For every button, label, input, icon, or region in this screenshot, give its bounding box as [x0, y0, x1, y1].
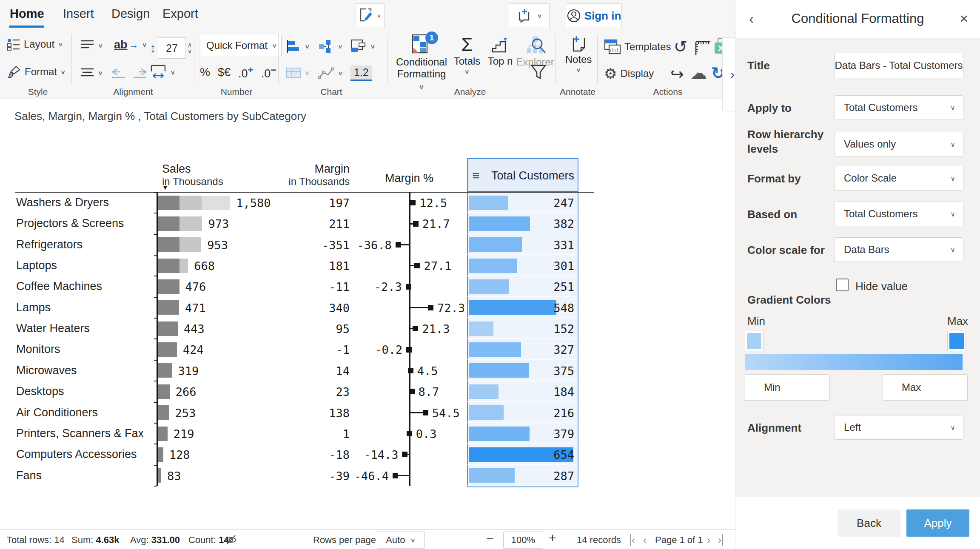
max-color-swatch[interactable] — [947, 331, 966, 351]
total-customers-value: 382 — [489, 217, 574, 230]
indent-decrease-icon[interactable] — [111, 66, 126, 79]
prev-page-button[interactable]: ‹ — [643, 534, 647, 546]
row-height-control[interactable]: ↕ 27 ∧∨ — [150, 37, 192, 59]
format-by-select[interactable]: Color Scale∨ — [834, 166, 963, 191]
tab-export[interactable]: Export — [162, 7, 198, 21]
add-comment-button[interactable]: ∨ — [509, 3, 550, 28]
templates-button[interactable]: Templates — [604, 39, 671, 54]
table-row[interactable]: Microwaves319144.5375 — [0, 360, 735, 381]
chart-type-button[interactable]: ∨ — [286, 39, 310, 54]
indent-increase-icon[interactable] — [133, 66, 147, 79]
top-n-button[interactable]: Top n — [484, 36, 516, 67]
decimal-decrease-button[interactable]: .0− — [261, 65, 276, 80]
line-chart-button[interactable]: ∨ — [318, 66, 343, 80]
first-page-button[interactable]: ‹ — [630, 534, 635, 546]
notes-button[interactable]: Notes ∨ — [562, 34, 595, 74]
alignment-select[interactable]: Left∨ — [834, 415, 963, 440]
filter-button[interactable] — [530, 64, 547, 81]
undo-button[interactable]: ↺ — [674, 37, 687, 56]
sales-bar-segment — [157, 196, 179, 210]
zoom-out-button[interactable]: − — [486, 532, 494, 546]
panel-footer: Back Apply — [735, 497, 980, 549]
min-color-swatch[interactable] — [745, 331, 763, 351]
margin-pct-marker — [406, 284, 411, 290]
sales-column-header[interactable]: Sales in Thousands — [162, 162, 223, 188]
tab-home[interactable]: Home — [10, 7, 44, 21]
title-input[interactable]: Data Bars - Total Customers — [834, 53, 963, 78]
table-row[interactable]: Computers Accessories128-18-14.3654 — [0, 444, 735, 465]
conditional-label-1: Conditional — [395, 56, 448, 68]
table-row[interactable]: Water Heaters4439521.3152 — [0, 318, 735, 339]
close-icon[interactable]: × — [960, 10, 968, 27]
margin-pct-column-header[interactable]: Margin % — [367, 172, 452, 185]
based-on-select[interactable]: Total Customers∨ — [834, 202, 963, 226]
zoom-in-button[interactable]: + — [549, 531, 556, 545]
percent-format-button[interactable]: % — [200, 66, 210, 79]
ruler-button[interactable] — [693, 39, 711, 56]
margin-pct-value: 12.5 — [419, 196, 447, 210]
search-button[interactable] — [530, 37, 547, 54]
display-button[interactable]: ⚙ Display — [604, 66, 654, 81]
hierarchy-button[interactable]: ∨ — [318, 39, 343, 54]
conditional-formatting-button[interactable]: 1 Conditional Formatting ∨ — [395, 34, 448, 92]
table-row[interactable]: Air Conditioners25313854.5216 — [0, 402, 735, 423]
last-page-button[interactable]: › — [718, 534, 723, 546]
margin-value: 340 — [239, 302, 350, 315]
scale-format-button[interactable]: 1.2 — [350, 65, 372, 81]
tab-design[interactable]: Design — [111, 7, 150, 21]
table-row[interactable]: Refrigerators953-351-36.8331 — [0, 234, 735, 255]
zoom-value: 100% — [511, 535, 535, 546]
layout-button[interactable]: Layout∨ — [7, 37, 63, 51]
text-wrap-button[interactable]: ab → ∨ — [114, 38, 147, 51]
color-scale-for-select[interactable]: Data Bars∨ — [834, 237, 963, 262]
table-row[interactable]: Coffee Machines476-11-2.3251 — [0, 276, 735, 297]
margin-column-header[interactable]: Margin in Thousands — [265, 162, 350, 188]
apply-to-select[interactable]: Total Customers∨ — [834, 95, 963, 120]
layout-variant-button[interactable]: ∨ — [350, 39, 375, 54]
sales-bar-segment — [157, 427, 168, 441]
quick-format-dropdown[interactable]: Quick Format∨ — [200, 35, 282, 56]
totals-button[interactable]: Σ Totals ∨ — [450, 36, 484, 76]
apply-button[interactable]: Apply — [906, 509, 969, 537]
table-row[interactable]: Washers & Dryers1,58019712.5247 — [0, 192, 735, 213]
table-style-button: ∨ — [286, 66, 310, 79]
table-row[interactable]: Fans83-39-46.4287 — [0, 465, 735, 486]
row-hierarchy-select[interactable]: Values only∨ — [834, 132, 963, 156]
stepper[interactable]: ∧∨ — [188, 42, 192, 55]
redo-button[interactable]: ↪ — [670, 65, 684, 83]
page-indicator: Page 1 of 1 — [655, 535, 703, 546]
row-height-input[interactable]: 27 — [158, 37, 186, 59]
table-row[interactable]: Monitors424-1-0.2327 — [0, 339, 735, 360]
publish-button[interactable]: ☁ ↑ — [690, 65, 707, 82]
margin-value: 138 — [239, 407, 350, 420]
table-row[interactable]: Lamps47134072.3548 — [0, 297, 735, 318]
sort-descending-icon[interactable]: ▼ — [162, 184, 168, 191]
gradient-max-input[interactable]: Max — [883, 374, 968, 401]
table-row[interactable]: Laptops66818127.1301 — [0, 255, 735, 276]
column-width-button[interactable]: ∨ — [150, 64, 175, 81]
back-button[interactable]: Back — [838, 509, 900, 537]
tab-insert[interactable]: Insert — [63, 7, 94, 21]
horizontal-align-button[interactable]: ∨ — [80, 66, 103, 79]
next-page-button[interactable]: › — [707, 534, 710, 546]
rename-visual-button[interactable]: ∨ — [356, 3, 385, 28]
column-menu-icon[interactable]: ≡ — [472, 168, 480, 183]
gradient-min-input[interactable]: Min — [745, 374, 830, 401]
rows-per-page-dropdown[interactable]: Auto∨ — [377, 532, 424, 549]
currency-format-button[interactable]: $€ — [218, 66, 231, 79]
table-row[interactable]: Desktops266238.7184 — [0, 381, 735, 402]
table-row[interactable]: Projectors & Screens97321121.7382 — [0, 213, 735, 234]
sales-value: 319 — [178, 364, 199, 378]
decimal-increase-button[interactable]: .0+ — [238, 65, 254, 80]
total-customers-header[interactable]: ≡ Total Customers — [468, 159, 578, 192]
total-customers-value: 327 — [489, 343, 574, 356]
hide-value-checkbox[interactable] — [836, 279, 849, 291]
row-hierarchy-label: Row hierarchy levels — [747, 128, 832, 156]
format-button[interactable]: Format∨ — [7, 65, 66, 79]
hide-stats-button[interactable] — [225, 533, 237, 546]
sign-in-button[interactable]: Sign in — [566, 3, 622, 28]
zoom-level-input[interactable]: 100% — [503, 532, 543, 549]
margin-pct-value: -0.2 — [317, 343, 402, 356]
table-row[interactable]: Printers, Scanners & Fax21910.3379 — [0, 423, 735, 444]
vertical-align-button[interactable]: ∨ — [80, 39, 103, 52]
